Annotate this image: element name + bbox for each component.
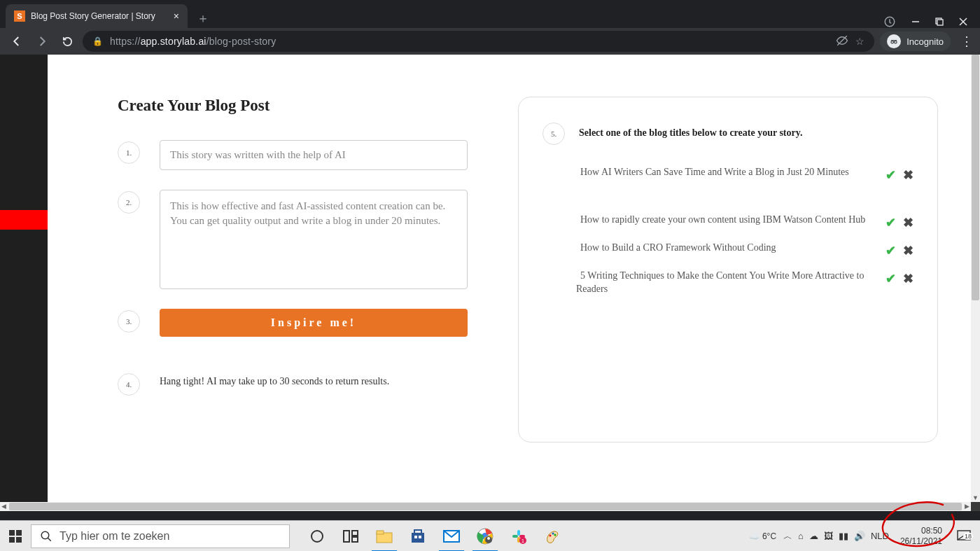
paint-icon[interactable] bbox=[536, 521, 569, 552]
microsoft-store-icon[interactable] bbox=[401, 521, 435, 552]
start-button[interactable] bbox=[0, 521, 31, 552]
panel-title: Select one of the blog titles below to c… bbox=[579, 127, 802, 139]
task-view-icon[interactable] bbox=[334, 521, 368, 552]
accept-icon[interactable]: ✔ bbox=[886, 215, 896, 230]
incognito-icon bbox=[887, 34, 901, 48]
weather-widget[interactable]: ☁️ 6°C bbox=[749, 531, 776, 541]
chevron-up-icon[interactable]: ︿ bbox=[783, 530, 792, 543]
notification-count: 18 bbox=[963, 533, 973, 540]
forward-button[interactable] bbox=[32, 32, 52, 51]
account-icon[interactable] bbox=[883, 15, 896, 28]
window-controls bbox=[883, 15, 980, 28]
title-option: How to Build a CRO Framework Without Cod… bbox=[542, 236, 913, 264]
svg-point-36 bbox=[550, 534, 552, 536]
step-number: 1. bbox=[118, 141, 140, 164]
svg-point-29 bbox=[487, 537, 490, 540]
accept-icon[interactable]: ✔ bbox=[886, 243, 896, 258]
file-explorer-icon[interactable] bbox=[368, 521, 401, 552]
reject-icon[interactable]: ✖ bbox=[903, 167, 913, 183]
address-bar[interactable]: 🔒 https://app.storylab.ai/blog-post-stor… bbox=[83, 31, 874, 52]
incognito-label: Incognito bbox=[906, 36, 944, 47]
accept-icon[interactable]: ✔ bbox=[886, 167, 896, 183]
new-tab-button[interactable]: ＋ bbox=[193, 8, 213, 28]
favicon-icon: S bbox=[14, 11, 25, 22]
close-tab-icon[interactable]: × bbox=[174, 11, 179, 22]
scroll-thumb[interactable] bbox=[972, 55, 979, 300]
reject-icon[interactable]: ✖ bbox=[903, 243, 913, 258]
svg-text:1: 1 bbox=[522, 538, 524, 543]
clock[interactable]: 08:50 26/11/2021 bbox=[896, 526, 946, 546]
svg-rect-30 bbox=[517, 530, 520, 536]
title-text[interactable]: How to rapidly create your own content u… bbox=[576, 214, 877, 227]
onedrive-icon[interactable]: ☁ bbox=[809, 531, 818, 541]
image-icon[interactable]: 🖼 bbox=[824, 531, 833, 541]
svg-point-37 bbox=[552, 532, 554, 534]
scroll-thumb[interactable] bbox=[9, 503, 962, 510]
language-indicator[interactable]: NLD bbox=[871, 531, 889, 541]
volume-icon[interactable]: 🔊 bbox=[854, 531, 865, 541]
slack-icon[interactable]: 1 bbox=[502, 521, 536, 552]
svg-rect-24 bbox=[419, 536, 421, 538]
svg-rect-10 bbox=[16, 530, 22, 536]
notifications-icon[interactable]: 18 bbox=[953, 530, 974, 543]
description-textarea[interactable] bbox=[160, 190, 468, 289]
title-text[interactable]: How to Build a CRO Framework Without Cod… bbox=[576, 242, 877, 255]
step-number: 2. bbox=[118, 191, 140, 214]
weather-temp: 6°C bbox=[762, 531, 776, 541]
address-right: Incognito ⋮ bbox=[880, 32, 973, 51]
windows-taskbar: Typ hier om te zoeken 1 ☁️ 6°C ︿ ⌂ ☁ 🖼 ▮… bbox=[0, 520, 980, 551]
svg-rect-31 bbox=[512, 535, 518, 538]
browser-chrome: S Blog Post Story Generator | Story × ＋ … bbox=[0, 0, 980, 55]
title-option: How AI Writers Can Save Time and Write a… bbox=[542, 160, 913, 188]
svg-rect-11 bbox=[9, 537, 15, 543]
back-button[interactable] bbox=[7, 32, 27, 51]
svg-rect-17 bbox=[352, 531, 358, 536]
title-option: How to rapidly create your own content u… bbox=[542, 208, 913, 236]
tab-strip: S Blog Post Story Generator | Story × ＋ bbox=[0, 0, 980, 28]
scroll-left-arrow[interactable]: ◀ bbox=[1, 503, 6, 510]
maximize-icon[interactable] bbox=[935, 18, 944, 26]
svg-point-8 bbox=[895, 41, 897, 43]
inspire-me-button[interactable]: Inspire me! bbox=[160, 309, 468, 337]
bluetooth-icon[interactable]: ⌂ bbox=[798, 531, 804, 541]
svg-line-14 bbox=[48, 538, 51, 541]
taskbar-search[interactable]: Typ hier om te zoeken bbox=[31, 524, 290, 548]
title-text[interactable]: How AI Writers Can Save Time and Write a… bbox=[576, 166, 877, 179]
svg-rect-12 bbox=[16, 537, 22, 543]
page-content: Create Your Blog Post 1. 2. 3. Inspire m… bbox=[48, 55, 971, 502]
wait-text: Hang tight! AI may take up to 30 seconds… bbox=[160, 372, 389, 387]
svg-rect-3 bbox=[937, 20, 943, 25]
svg-point-7 bbox=[891, 41, 894, 43]
eye-off-icon[interactable] bbox=[836, 34, 848, 49]
date-text: 26/11/2021 bbox=[900, 536, 942, 546]
chrome-menu-icon[interactable]: ⋮ bbox=[960, 34, 973, 49]
titles-panel: 5. Select one of the blog titles below t… bbox=[518, 97, 938, 442]
svg-rect-16 bbox=[344, 531, 349, 542]
svg-rect-21 bbox=[412, 533, 424, 543]
viewport: Create Your Blog Post 1. 2. 3. Inspire m… bbox=[0, 55, 980, 511]
cortana-icon[interactable] bbox=[300, 521, 334, 552]
incognito-badge[interactable]: Incognito bbox=[880, 32, 951, 51]
weather-icon: ☁️ bbox=[749, 531, 760, 541]
title-option: 5 Writing Techniques to Make the Content… bbox=[542, 264, 913, 302]
title-text[interactable]: 5 Writing Techniques to Make the Content… bbox=[576, 270, 877, 296]
reject-icon[interactable]: ✖ bbox=[903, 271, 913, 286]
scroll-down-arrow[interactable]: ▼ bbox=[972, 494, 979, 501]
svg-rect-9 bbox=[9, 530, 15, 536]
scroll-right-arrow[interactable]: ▶ bbox=[965, 503, 969, 510]
chrome-icon[interactable] bbox=[468, 521, 502, 552]
accept-icon[interactable]: ✔ bbox=[886, 271, 896, 286]
close-window-icon[interactable] bbox=[959, 18, 967, 26]
vertical-scrollbar[interactable]: ▲ ▼ bbox=[971, 55, 980, 502]
star-icon[interactable]: ☆ bbox=[855, 36, 864, 47]
reload-button[interactable] bbox=[57, 32, 77, 51]
red-side-tab[interactable] bbox=[0, 210, 48, 230]
reject-icon[interactable]: ✖ bbox=[903, 215, 913, 230]
browser-tab[interactable]: S Blog Post Story Generator | Story × bbox=[6, 4, 188, 28]
battery-icon[interactable]: ▮▮ bbox=[839, 531, 848, 541]
horizontal-scrollbar[interactable]: ◀ ▶ bbox=[0, 502, 971, 511]
minimize-icon[interactable] bbox=[911, 18, 920, 26]
mail-icon[interactable] bbox=[435, 521, 468, 552]
topic-input[interactable] bbox=[160, 140, 468, 170]
svg-rect-22 bbox=[414, 530, 421, 533]
